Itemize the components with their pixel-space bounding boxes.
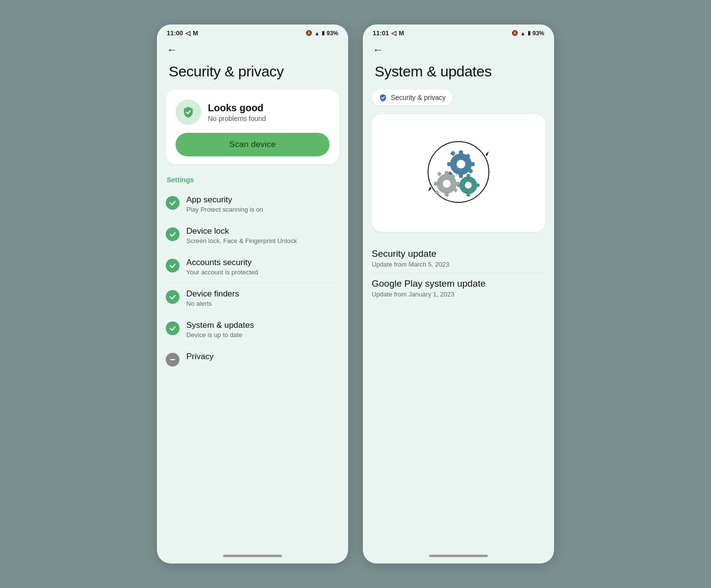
page-title-right: System & updates — [363, 58, 554, 90]
battery-icon-right: ▮ — [528, 30, 531, 36]
status-left-right: 11:01 ◁ M — [373, 29, 404, 37]
back-button-left[interactable]: ← — [157, 40, 348, 58]
svg-rect-21 — [434, 182, 438, 186]
wifi-icon-left: ▲ — [314, 30, 320, 36]
content-right: Security & privacy — [363, 90, 554, 550]
home-indicator-left — [223, 555, 282, 557]
gear-illustration-card — [372, 114, 545, 232]
check-icon-device-lock — [166, 227, 179, 241]
right-phone: 11:01 ◁ M 🔕 ▲ ▮ 93% ← System & updates S… — [363, 24, 554, 564]
setting-privacy[interactable]: Privacy — [166, 345, 339, 373]
setting-app-security[interactable]: App security Play Protect scanning is on — [166, 189, 339, 220]
update-security[interactable]: Security update Update from March 5, 202… — [372, 244, 545, 273]
breadcrumb-pill[interactable]: Security & privacy — [372, 90, 453, 105]
setting-system-updates[interactable]: System & updates Device is up to date — [166, 314, 339, 345]
mute-icon-right: 🔕 — [511, 30, 518, 36]
gears-svg — [409, 129, 508, 217]
svg-rect-4 — [459, 173, 463, 178]
check-icon-accounts-security — [166, 259, 179, 272]
mail-icon-right: M — [399, 29, 404, 37]
card-top: Looks good No problems found — [176, 99, 330, 125]
shield-icon — [176, 99, 201, 125]
update-google-play[interactable]: Google Play system update Update from Ja… — [372, 273, 545, 303]
home-bar-left — [157, 550, 348, 564]
setting-text-privacy: Privacy — [186, 352, 214, 362]
setting-text-device-lock: Device lock Screen lock, Face & Fingerpr… — [186, 226, 297, 245]
card-text: Looks good No problems found — [208, 102, 266, 122]
back-button-right[interactable]: ← — [363, 40, 554, 58]
status-bar-right: 11:01 ◁ M 🔕 ▲ ▮ 93% — [363, 24, 554, 40]
svg-rect-5 — [447, 162, 452, 166]
wifi-icon-right: ▲ — [520, 30, 526, 36]
status-left: 11:00 ◁ M — [167, 29, 198, 37]
content-left: Looks good No problems found Scan device… — [157, 90, 348, 550]
battery-left: 93% — [327, 30, 338, 37]
svg-rect-3 — [459, 150, 463, 155]
setting-text-device-finders: Device finders No alerts — [186, 289, 239, 307]
settings-section-label: Settings — [166, 176, 339, 184]
status-bar-left: 11:00 ◁ M 🔕 ▲ ▮ 93% — [157, 24, 348, 40]
nav-icon: ◁ — [185, 29, 190, 37]
svg-rect-6 — [470, 162, 475, 166]
scan-device-button[interactable]: Scan device — [176, 133, 330, 156]
time-left: 11:00 — [167, 29, 183, 37]
card-subtitle: No problems found — [208, 115, 266, 122]
home-bar-right — [363, 550, 554, 564]
svg-point-2 — [457, 160, 465, 169]
status-right-right: 🔕 ▲ ▮ 93% — [511, 30, 544, 37]
setting-text-app-security: App security Play Protect scanning is on — [186, 195, 263, 213]
shield-small-icon — [379, 93, 387, 102]
updates-list: Security update Update from March 5, 202… — [372, 244, 545, 303]
battery-icon-left: ▮ — [322, 30, 325, 36]
setting-text-accounts-security: Accounts security Your account is protec… — [186, 258, 258, 276]
setting-device-finders[interactable]: Device finders No alerts — [166, 282, 339, 314]
setting-accounts-security[interactable]: Accounts security Your account is protec… — [166, 251, 339, 282]
battery-right: 93% — [533, 30, 544, 37]
breadcrumb-label: Security & privacy — [391, 94, 446, 101]
svg-rect-19 — [445, 171, 449, 175]
time-right: 11:01 — [373, 29, 389, 37]
home-indicator-right — [429, 555, 488, 557]
check-icon-app-security — [166, 196, 179, 210]
setting-text-system-updates: System & updates Device is up to date — [186, 320, 254, 339]
card-title: Looks good — [208, 102, 266, 114]
svg-rect-20 — [445, 192, 449, 196]
left-phone: 11:00 ◁ M 🔕 ▲ ▮ 93% ← Security & privacy — [157, 24, 348, 564]
settings-list: App security Play Protect scanning is on… — [166, 189, 339, 373]
svg-rect-23 — [437, 172, 442, 176]
dash-icon-privacy — [166, 353, 179, 367]
mute-icon-left: 🔕 — [305, 30, 312, 36]
svg-point-18 — [443, 180, 451, 188]
mail-icon: M — [193, 29, 198, 37]
svg-rect-13 — [467, 174, 470, 178]
svg-rect-22 — [455, 182, 459, 186]
status-right-left: 🔕 ▲ ▮ 93% — [305, 30, 338, 37]
security-status-card: Looks good No problems found Scan device — [166, 90, 339, 164]
svg-point-12 — [465, 182, 472, 189]
svg-rect-14 — [467, 192, 470, 196]
check-icon-device-finders — [166, 290, 179, 304]
check-icon-system-updates — [166, 321, 179, 335]
nav-icon-right: ◁ — [391, 29, 396, 37]
svg-rect-16 — [475, 184, 480, 187]
setting-device-lock[interactable]: Device lock Screen lock, Face & Fingerpr… — [166, 220, 339, 251]
page-title-left: Security & privacy — [157, 58, 348, 90]
